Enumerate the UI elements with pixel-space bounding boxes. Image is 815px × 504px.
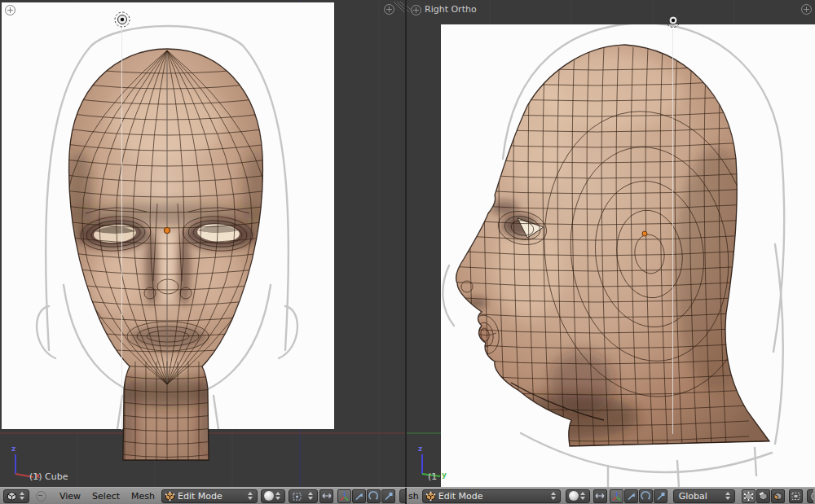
manipulator-buttons — [337, 489, 396, 503]
collapse-menus-button[interactable] — [36, 491, 46, 502]
pivot-dropdown[interactable] — [289, 489, 318, 503]
rotate-arc-icon — [641, 491, 651, 502]
rotate-manipulator-button[interactable] — [639, 489, 653, 503]
solid-shading-sphere-icon — [569, 491, 579, 501]
menu-mesh[interactable]: Mesh — [131, 491, 155, 502]
edit-mode-cube-icon — [165, 491, 175, 502]
manipulator-buttons — [610, 489, 668, 503]
lamp-icon[interactable] — [113, 11, 131, 32]
viewport-front[interactable]: z x (1) Cube — [0, 0, 405, 487]
blender-window: z x (1) Cube Right Ortho z y — [0, 0, 815, 504]
orientation-dropdown[interactable]: Global — [673, 489, 735, 503]
edge-select-button[interactable] — [756, 489, 770, 503]
vertex-select-button[interactable] — [742, 489, 756, 503]
scale-square-icon — [383, 491, 394, 502]
orientation-label: Global — [676, 491, 710, 502]
header-side-viewport: sh Edit Mode — [405, 488, 813, 504]
menu-view[interactable]: View — [59, 491, 81, 502]
lamp-icon[interactable] — [664, 11, 682, 33]
manipulate-centers-toggle[interactable] — [593, 489, 607, 503]
manipulator-tripod-button[interactable] — [337, 489, 351, 503]
area-corner-widget[interactable] — [407, 0, 418, 11]
menu-mesh-truncated[interactable]: sh — [408, 491, 419, 502]
face-cube-icon — [773, 491, 783, 502]
pivot-point-icon — [292, 491, 302, 502]
scale-manipulator-button[interactable] — [381, 489, 395, 503]
properties-expand-icon[interactable] — [801, 4, 812, 15]
edge-cube-icon — [758, 491, 769, 502]
header-front-viewport: View Select Mesh Edit Mode — [0, 488, 405, 504]
axis-label-z: z — [11, 445, 15, 453]
active-object-label: (1 — [428, 471, 437, 482]
viewport-headers: View Select Mesh Edit Mode — [0, 487, 815, 504]
occlude-geometry-icon — [791, 491, 801, 502]
mode-dropdown[interactable]: Edit Mode — [422, 489, 561, 503]
orientation-dropdown[interactable]: Global — [399, 489, 405, 503]
front-view-scene — [0, 0, 405, 487]
translate-manipulator-button[interactable] — [624, 489, 638, 503]
manipulate-centers-toggle[interactable] — [319, 489, 333, 503]
area-corner-widget[interactable] — [394, 0, 405, 11]
lamp-track-line — [672, 29, 673, 434]
updown-arrows-icon — [274, 492, 282, 500]
axis-label-y: y — [442, 471, 447, 479]
proportional-edit-dropdown[interactable] — [807, 489, 813, 503]
manipulator-tripod-button[interactable] — [610, 489, 623, 503]
scale-manipulator-button[interactable] — [654, 489, 667, 503]
translate-arrow-icon — [354, 491, 364, 502]
rotate-manipulator-button[interactable] — [367, 489, 381, 503]
centers-arrows-icon — [321, 490, 333, 502]
solid-shading-sphere-icon — [264, 491, 274, 501]
face-select-button[interactable] — [771, 489, 785, 503]
centers-arrows-icon — [594, 490, 606, 502]
mode-label: Edit Mode — [175, 491, 225, 502]
viewport-split-divider[interactable] — [405, 0, 407, 487]
rotate-arc-icon — [368, 491, 379, 502]
edit-mode-cube-icon — [425, 491, 436, 502]
active-object-label: (1) Cube — [29, 471, 68, 482]
updown-arrows-icon — [18, 492, 26, 500]
vertex-cube-icon — [743, 491, 754, 502]
updown-arrows-icon — [246, 492, 254, 500]
editor-type-button[interactable] — [3, 489, 29, 503]
updown-arrows-icon — [724, 492, 732, 500]
viewport-right-ortho[interactable]: Right Ortho z y (1 — [407, 0, 815, 487]
toolshelf-expand-icon[interactable] — [5, 5, 15, 15]
updown-arrows-icon — [549, 492, 557, 500]
shading-dropdown[interactable] — [261, 489, 285, 503]
side-view-scene — [407, 0, 815, 487]
3d-view-editor-icon — [7, 491, 17, 502]
mode-dropdown[interactable]: Edit Mode — [161, 489, 258, 503]
axis-tripod-icon — [611, 491, 622, 502]
shading-dropdown[interactable] — [566, 489, 590, 503]
axis-tripod-icon — [339, 491, 350, 502]
limit-to-visible-button[interactable] — [789, 489, 803, 503]
view-name-label: Right Ortho — [425, 4, 477, 15]
updown-arrows-icon — [306, 492, 315, 500]
select-mode-buttons — [742, 489, 786, 503]
lamp-track-line — [121, 27, 122, 430]
proportional-circle-icon — [810, 491, 813, 502]
updown-arrows-icon — [579, 492, 587, 500]
translate-arrow-icon — [626, 491, 637, 502]
translate-manipulator-button[interactable] — [352, 489, 366, 503]
axis-label-z: z — [418, 445, 422, 453]
scale-square-icon — [655, 491, 666, 502]
mode-label: Edit Mode — [436, 491, 486, 502]
menu-select[interactable]: Select — [92, 491, 120, 502]
